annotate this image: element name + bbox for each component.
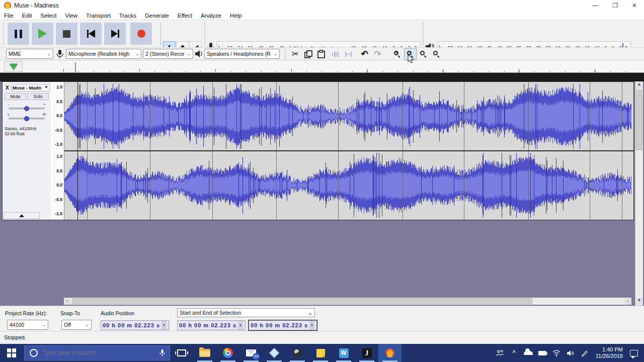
vertical-scrollbar[interactable]: ▲ ▼: [635, 81, 643, 306]
vertical-ruler[interactable]: 1.00.50.0-0.5-1.0 1.00.50.0-0.5-1.0: [51, 82, 64, 220]
trim-audio-button[interactable]: [330, 48, 342, 60]
mute-button[interactable]: Mute: [5, 93, 26, 100]
search-mic-icon[interactable]: [154, 349, 170, 357]
menu-help[interactable]: Help: [230, 13, 242, 19]
windows-ink-icon[interactable]: [578, 344, 592, 362]
recording-channels-dropdown[interactable]: 2 (Stereo) Recor⌄: [143, 49, 193, 59]
pan-slider[interactable]: [9, 118, 45, 120]
scroll-down-button[interactable]: ▼: [635, 298, 643, 306]
pinned-play-head-button[interactable]: [4, 61, 23, 72]
track-panel-area[interactable]: X Muse - Madn▼ Mute Solo -+ LR Stereo, 4…: [0, 73, 644, 306]
fit-selection-icon: [420, 51, 427, 57]
timeline-ruler[interactable]: [23, 60, 635, 73]
paste-button[interactable]: [315, 48, 328, 60]
playback-device-dropdown[interactable]: Speakers / Headphones (R⌄: [204, 49, 280, 59]
taskbar-clock[interactable]: 1:40 PM 11/26/2018: [592, 346, 627, 359]
menu-view[interactable]: View: [65, 13, 77, 19]
track-title-dropdown[interactable]: Muse - Madn▼: [11, 84, 50, 92]
stop-button[interactable]: [55, 22, 78, 45]
menu-file[interactable]: File: [4, 13, 14, 19]
menu-edit[interactable]: Edit: [22, 13, 32, 19]
pan-slider-thumb[interactable]: [24, 116, 29, 121]
vertical-scroll-thumb[interactable]: [636, 90, 642, 150]
horizontal-scroll-thumb[interactable]: [72, 298, 532, 304]
menu-select[interactable]: Select: [40, 13, 56, 19]
ruler-minor-tick: [78, 71, 79, 72]
word-button[interactable]: W: [332, 344, 355, 362]
menu-tracks[interactable]: Tracks: [119, 13, 136, 19]
silence-audio-button[interactable]: [343, 48, 355, 60]
solo-button[interactable]: Solo: [27, 93, 49, 100]
menu-generate[interactable]: Generate: [145, 13, 169, 19]
3d-viewer-button[interactable]: [263, 344, 286, 362]
redo-button[interactable]: ↷: [371, 48, 384, 60]
menu-analyze[interactable]: Analyze: [201, 13, 221, 19]
minimize-button[interactable]: —: [592, 2, 598, 9]
audacity-taskbar-button[interactable]: [378, 344, 401, 362]
timeline-ruler-row: [0, 60, 644, 73]
wifi-icon[interactable]: [549, 344, 564, 362]
tray-chevron-icon[interactable]: ^: [507, 344, 521, 362]
audio-host-dropdown[interactable]: MME⌄: [6, 49, 53, 59]
selection-mode-dropdown[interactable]: Start and End of Selection⌄: [177, 308, 315, 317]
chrome-button[interactable]: [216, 344, 239, 362]
menu-transport[interactable]: Transport: [86, 13, 111, 19]
ruler-minor-tick: [473, 71, 474, 72]
project-rate-dropdown[interactable]: 44100⌄: [7, 320, 48, 330]
taskbar-search[interactable]: [24, 345, 170, 360]
zoom-out-button[interactable]: −: [404, 48, 417, 60]
scroll-left-button[interactable]: ‹: [64, 298, 71, 305]
obs-button[interactable]: [286, 344, 309, 362]
track-collapse-button[interactable]: [4, 212, 40, 219]
waveform-area[interactable]: [64, 82, 633, 220]
skip-to-end-button[interactable]: [104, 22, 126, 45]
volume-icon[interactable]: [564, 344, 578, 362]
zoom-in-button[interactable]: +: [391, 48, 404, 60]
snap-to-dropdown[interactable]: Off⌄: [61, 320, 92, 330]
task-view-button[interactable]: [170, 344, 193, 362]
ruler-minor-tick: [595, 71, 596, 72]
menu-effect[interactable]: Effect: [178, 13, 192, 19]
skip-to-start-button[interactable]: [79, 22, 102, 45]
pause-button[interactable]: [7, 22, 30, 45]
copy-button[interactable]: [302, 48, 314, 60]
ruler-minor-tick: [428, 71, 429, 72]
audio-position-field[interactable]: 00 h 00 m 02.223 s▾: [101, 320, 169, 330]
scroll-up-button[interactable]: ▲: [635, 81, 643, 89]
track-close-button[interactable]: X: [4, 85, 11, 90]
windows-logo-icon: [7, 348, 16, 357]
battery-icon[interactable]: [535, 344, 549, 362]
fit-project-button[interactable]: [430, 48, 443, 60]
start-button[interactable]: [0, 344, 23, 362]
file-explorer-button[interactable]: [193, 344, 216, 362]
record-button[interactable]: [130, 22, 152, 45]
vruler-ch1-0-0: 0.0: [56, 114, 62, 118]
scroll-right-button[interactable]: ›: [624, 298, 631, 305]
close-button[interactable]: ✕: [632, 2, 637, 9]
selection-end-field[interactable]: 00 h 00 m 02.223 s▾: [249, 320, 317, 330]
clock-time: 1:40 PM: [596, 346, 623, 353]
play-button[interactable]: [31, 22, 54, 45]
gain-slider-thumb[interactable]: [24, 106, 29, 111]
restore-button[interactable]: ❐: [612, 2, 618, 9]
undo-button[interactable]: ↶: [358, 48, 371, 60]
search-input[interactable]: [43, 349, 154, 356]
ruler-minor-tick: [504, 71, 505, 72]
onedrive-icon[interactable]: [521, 344, 535, 362]
mail-button[interactable]: 24: [239, 344, 263, 362]
window-title: Muse - Madness: [14, 2, 59, 9]
cut-button[interactable]: ✂: [289, 48, 301, 60]
people-icon[interactable]: [493, 344, 507, 362]
sticky-notes-button[interactable]: [309, 344, 332, 362]
waveform-canvas[interactable]: [64, 82, 633, 220]
zoom-in-icon: +: [394, 51, 400, 57]
horizontal-scrollbar[interactable]: ‹ ›: [64, 298, 631, 305]
ruler-minor-tick: [185, 71, 186, 72]
action-center-icon[interactable]: [627, 344, 641, 362]
selection-start-field[interactable]: 00 h 00 m 02.223 s▾: [177, 320, 246, 330]
jdownloader-button[interactable]: J: [355, 344, 378, 362]
obs-icon: [292, 348, 302, 358]
gain-slider[interactable]: [9, 108, 45, 110]
fit-selection-button[interactable]: [417, 48, 430, 60]
recording-device-dropdown[interactable]: Microphone (Realtek High⌄: [66, 49, 141, 59]
